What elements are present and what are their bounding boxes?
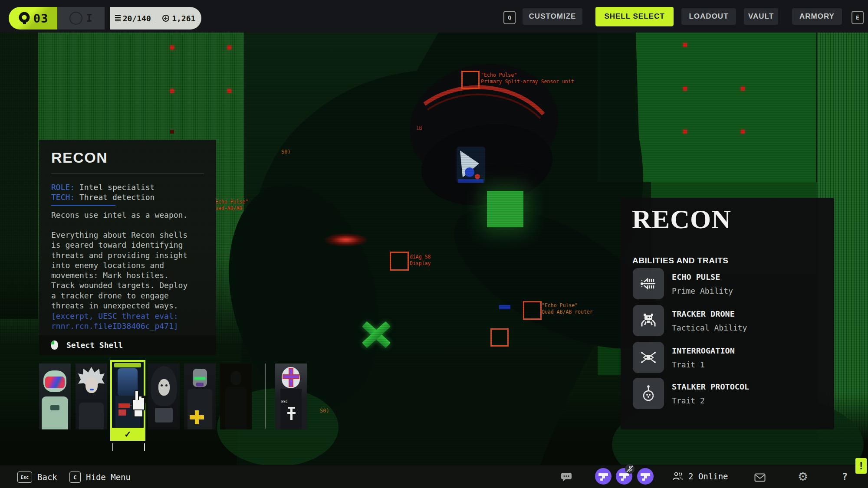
tab-label: SHELL SELECT xyxy=(604,12,664,21)
class-title: RECON xyxy=(51,149,108,166)
ability-type: Trait 2 xyxy=(672,396,705,405)
red-dot xyxy=(170,130,174,134)
rank-badge[interactable]: I xyxy=(57,7,105,29)
red-dot xyxy=(227,89,231,93)
hide-menu-button[interactable]: C Hide Menu xyxy=(69,472,131,483)
ability-row-interrogation[interactable]: INTERROGATION Trait 1 xyxy=(621,342,834,373)
mic-muted-badge xyxy=(625,464,635,474)
carousel-tick xyxy=(112,443,113,451)
ability-tile xyxy=(633,268,664,299)
ability-name: ECHO PULSE xyxy=(672,272,720,282)
online-status[interactable]: 2 Online xyxy=(672,471,728,481)
ability-name: STALKER PROTOCOL xyxy=(672,382,749,391)
stats-pill: 20/140 1,261 xyxy=(110,7,201,29)
abilities-heading: ABILITIES AND TRAITS xyxy=(632,256,728,265)
role-value: Intel specialist xyxy=(79,183,155,192)
ability-name: INTERROGATION xyxy=(672,346,735,355)
rank-circle-icon xyxy=(69,12,82,25)
esc-keycap: Esc xyxy=(17,472,32,483)
class-intro: Recons use intel as a weapon. xyxy=(51,210,207,220)
annotation-router-right: "Echo Pulse" Quad-AB/AB router xyxy=(542,302,593,315)
tab-armory[interactable]: ARMORY xyxy=(792,8,842,25)
tab-shell-select[interactable]: SHELL SELECT xyxy=(595,7,674,26)
currency-value: 1,261 xyxy=(172,14,195,23)
interrogation-icon xyxy=(638,347,659,368)
class-description: Everything about Recon shells is geared … xyxy=(51,230,207,311)
settings-gear-icon[interactable]: ⚙ xyxy=(798,470,808,484)
annotation-display: diAg-S8 Display xyxy=(410,254,431,267)
alert-badge[interactable]: ! xyxy=(855,458,867,474)
red-dot xyxy=(741,87,745,91)
red-glow-streak xyxy=(325,233,367,246)
tab-label: VAULT xyxy=(748,12,774,21)
runner-logo-icon xyxy=(18,12,31,25)
select-shell-label: Select Shell xyxy=(66,341,123,350)
ability-row-stalker-protocol[interactable]: STALKER PROTOCOL Trait 2 xyxy=(621,378,834,409)
rank-glyph: I xyxy=(86,12,92,24)
shell-count-value: 20/140 xyxy=(123,14,151,23)
annotation-line: Quad-AB/AB router xyxy=(542,309,593,315)
shell-thumbnail-7[interactable]: ESC xyxy=(275,364,307,429)
shell-thumbnail-4[interactable] xyxy=(148,364,180,429)
ability-tile xyxy=(633,305,664,336)
scene-marker: 1B xyxy=(416,125,422,131)
tab-customize[interactable]: CUSTOMIZE xyxy=(523,8,582,25)
annotation-line: diAg-S8 xyxy=(410,254,431,260)
online-count: 2 Online xyxy=(688,472,728,481)
player-avatar-3[interactable] xyxy=(637,468,654,485)
ability-type: Tactical Ability xyxy=(672,323,747,332)
mouse-left-click-icon xyxy=(51,341,58,350)
role-label: ROLE: xyxy=(51,183,75,192)
shell-thumbnail-5[interactable] xyxy=(184,364,216,429)
annotation-line: "Echo Pulse" xyxy=(542,302,578,308)
mail-icon[interactable] xyxy=(754,473,766,482)
tech-value: Threat detection xyxy=(79,193,155,202)
stalker-protocol-icon xyxy=(638,383,659,404)
carousel-divider xyxy=(265,364,266,429)
shell-thumbnail-1[interactable] xyxy=(39,364,71,429)
scene-marker: S0) xyxy=(320,408,329,414)
tab-label: CUSTOMIZE xyxy=(529,12,576,21)
select-shell-button[interactable]: Select Shell xyxy=(39,335,216,355)
player-avatar-1[interactable] xyxy=(595,468,612,485)
red-dot xyxy=(227,46,231,49)
ability-row-tracker-drone[interactable]: TRACKER DRONE Tactical Ability xyxy=(621,305,834,336)
red-dot xyxy=(170,46,174,49)
red-dot xyxy=(683,130,687,134)
hand-cursor xyxy=(130,390,146,417)
tech-line: TECH: Threat detection xyxy=(51,192,155,203)
tab-loadout[interactable]: LOADOUT xyxy=(681,8,736,25)
ability-tile xyxy=(633,378,664,409)
shell-7-label: ESC xyxy=(281,400,287,404)
tab-label: LOADOUT xyxy=(689,12,728,21)
red-dot xyxy=(741,130,745,134)
back-label: Back xyxy=(37,472,57,482)
shell-thumbnail-6[interactable] xyxy=(220,364,252,429)
player-avatar-2[interactable] xyxy=(616,468,632,485)
shell-count-stat[interactable]: 20/140 xyxy=(110,14,156,23)
help-icon[interactable]: ? xyxy=(842,471,848,482)
back-button[interactable]: Esc Back xyxy=(17,472,57,483)
blue-rule xyxy=(51,205,115,206)
annotation-line: Display xyxy=(410,260,431,266)
tab-vault[interactable]: VAULT xyxy=(744,8,778,25)
divider xyxy=(51,174,204,174)
bright-green-panel xyxy=(487,191,523,227)
top-bar: 03 I 20/140 1,261 xyxy=(0,0,868,33)
currency-stat[interactable]: 1,261 xyxy=(156,14,202,23)
class-info-panel: RECON ROLE: Intel specialist TECH: Threa… xyxy=(39,140,216,355)
player-status-pill: 03 I 20/140 1,261 xyxy=(9,7,201,29)
annotation-box-sensor xyxy=(461,71,480,89)
tech-label: TECH: xyxy=(51,193,75,202)
carousel-tick xyxy=(144,443,145,451)
annotation-box-display xyxy=(390,252,409,271)
bottom-bar: Esc Back C Hide Menu xyxy=(0,465,868,488)
player-badge[interactable]: 03 xyxy=(9,7,57,29)
ability-row-echo-pulse[interactable]: ECHO PULSE Prime Ability xyxy=(621,268,834,299)
red-dot xyxy=(683,87,687,91)
annotation-box-empty xyxy=(490,328,509,347)
shell-thumbnail-2[interactable] xyxy=(76,364,107,429)
c-keycap: C xyxy=(69,472,81,483)
echo-pulse-icon xyxy=(638,273,659,294)
chat-icon[interactable] xyxy=(561,472,572,482)
